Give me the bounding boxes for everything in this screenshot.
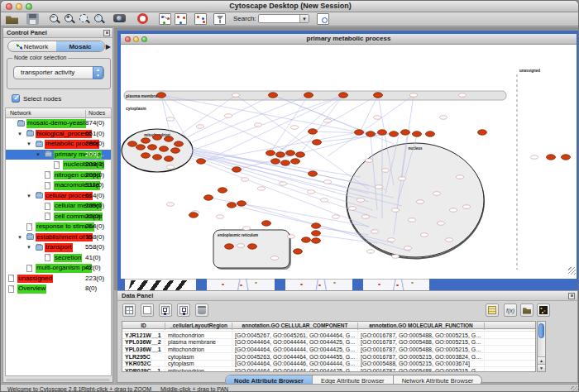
snapshot-icon[interactable] — [113, 14, 126, 22]
network-node-small[interactable] — [463, 205, 471, 208]
expand-arrow-icon[interactable]: ▼ — [26, 194, 31, 198]
network-edge[interactable] — [192, 152, 369, 202]
tree-row[interactable]: ▼biological_process651(0) — [6, 129, 111, 140]
network-edge[interactable] — [208, 198, 369, 227]
network-node[interactable] — [160, 146, 169, 151]
network-node[interactable] — [426, 131, 435, 136]
tree-row[interactable]: cell communicat22(0) — [6, 212, 111, 222]
tree-row[interactable]: multi-organism pro42(0) — [6, 263, 111, 274]
newdoc-icon[interactable] — [141, 304, 154, 317]
adv-search-icon[interactable] — [317, 13, 329, 25]
network-node[interactable] — [136, 145, 146, 150]
network-node-small[interactable] — [438, 222, 445, 225]
network-node-small[interactable] — [324, 180, 332, 184]
search-input[interactable]: ▼ — [258, 14, 309, 23]
network-node-small[interactable] — [232, 93, 240, 97]
network-node-small[interactable] — [308, 190, 315, 194]
network-node[interactable] — [175, 141, 184, 146]
network-window-titlebar[interactable]: primary metabolic process — [121, 34, 577, 45]
expand-arrow-icon[interactable]: ▼ — [26, 141, 31, 146]
filter-icon[interactable] — [213, 13, 226, 25]
network-node-small[interactable] — [531, 155, 538, 159]
network-node-small[interactable] — [362, 215, 370, 218]
network-node-small[interactable] — [243, 227, 251, 230]
tree-row[interactable]: cellular metabol209(0) — [6, 201, 111, 212]
network-node[interactable] — [157, 93, 166, 98]
table-row[interactable]: YPL036W__1mitochondrion[GO:0044464, GO:0… — [122, 346, 535, 353]
column-header[interactable]: annotation.GO MOLECULAR_FUNCTION — [358, 323, 485, 330]
tree-row[interactable]: ▼cellular process614(0) — [6, 191, 111, 202]
expand-arrow-icon[interactable]: ▼ — [17, 235, 22, 240]
search-dropdown-arrow-icon[interactable]: ▼ — [299, 15, 309, 22]
network-node-small[interactable] — [321, 198, 328, 202]
open-folder-icon[interactable] — [6, 13, 18, 25]
table-scrollbar[interactable]: ▲ ▼ — [537, 321, 546, 372]
network-node[interactable] — [218, 188, 227, 193]
tab-overflow-arrow[interactable]: ▶ — [106, 43, 111, 50]
network-node-small[interactable] — [417, 200, 424, 203]
tree-row[interactable]: nucleobase-c209(0) — [6, 160, 111, 170]
vizmapper-b-icon[interactable] — [194, 13, 207, 25]
float-panel-icon[interactable] — [103, 30, 110, 36]
network-node-small[interactable] — [357, 198, 365, 202]
network-node-small[interactable] — [366, 159, 373, 162]
network-node[interactable] — [189, 213, 199, 218]
network-node-small[interactable] — [399, 177, 406, 180]
float-panel-icon[interactable] — [568, 293, 575, 299]
network-node[interactable] — [227, 203, 237, 208]
tree-row[interactable]: mosaic-demo-yeast874(0) — [6, 118, 111, 129]
network-node[interactable] — [165, 136, 174, 141]
network-view-window[interactable]: primary metabolic process plasma membran… — [117, 31, 579, 279]
network-node[interactable] — [141, 153, 151, 158]
zoom-out-icon[interactable]: − — [48, 13, 60, 25]
network-node[interactable] — [276, 152, 285, 157]
fx-icon[interactable]: f(x) — [504, 304, 517, 317]
network-node-small[interactable] — [349, 207, 356, 210]
network-node[interactable] — [562, 155, 571, 160]
network-canvas[interactable]: plasma membranecytoplasmmitochondrionnuc… — [121, 45, 577, 275]
network-node-small[interactable] — [433, 192, 441, 195]
network-node-small[interactable] — [392, 208, 400, 212]
grid-icon[interactable] — [122, 304, 136, 317]
column-header[interactable]: annotation.GO CELLULAR_COMPONENT — [232, 323, 358, 330]
help-ring-icon[interactable] — [137, 13, 148, 24]
network-node[interactable] — [378, 130, 387, 135]
network-node[interactable] — [286, 151, 295, 155]
tree-row[interactable]: Overview8(0) — [6, 284, 111, 294]
zoom-in-icon[interactable]: + — [63, 13, 75, 25]
network-node-small[interactable] — [382, 169, 390, 172]
app-resize-grip[interactable] — [571, 386, 578, 392]
network-node[interactable] — [204, 195, 213, 200]
network-node-small[interactable] — [459, 93, 467, 97]
tab-mosaic[interactable]: Mosaic — [56, 41, 104, 51]
tree-column-network[interactable]: Network — [10, 110, 31, 116]
network-node[interactable] — [309, 171, 318, 176]
network-node[interactable] — [248, 244, 257, 249]
network-node-small[interactable] — [376, 185, 383, 189]
trash-icon[interactable] — [195, 304, 208, 317]
network-node[interactable] — [478, 130, 487, 135]
expand-arrow-icon[interactable]: ▼ — [17, 131, 22, 136]
network-node[interactable] — [294, 249, 303, 254]
network-node-small[interactable] — [271, 256, 279, 260]
background-window-thumbnail[interactable] — [363, 279, 429, 290]
network-node-small[interactable] — [450, 208, 457, 212]
network-edge[interactable] — [161, 95, 377, 136]
network-node[interactable] — [355, 130, 364, 135]
zoom-fit-icon[interactable] — [78, 13, 90, 25]
network-node-small[interactable] — [167, 203, 175, 206]
tree-row[interactable]: ▼transport558(0) — [6, 242, 111, 253]
background-window-thumbnail[interactable] — [125, 279, 196, 290]
tree-row[interactable]: response to stimulu264(0) — [6, 222, 111, 232]
matrix-icon[interactable] — [537, 304, 550, 317]
save-icon[interactable] — [26, 13, 39, 25]
network-node[interactable] — [281, 160, 290, 165]
window-resize-grip[interactable] — [568, 267, 576, 275]
tree-row[interactable]: unassigned223(0) — [6, 274, 111, 284]
network-edge[interactable] — [236, 95, 369, 189]
checklist-icon[interactable] — [159, 304, 172, 317]
network-node[interactable] — [171, 148, 180, 153]
table-row[interactable]: YPL036W__2plasma membrane[GO:0044464, GO… — [122, 339, 535, 347]
network-node-small[interactable] — [288, 235, 295, 238]
network-node-small[interactable] — [374, 116, 381, 119]
